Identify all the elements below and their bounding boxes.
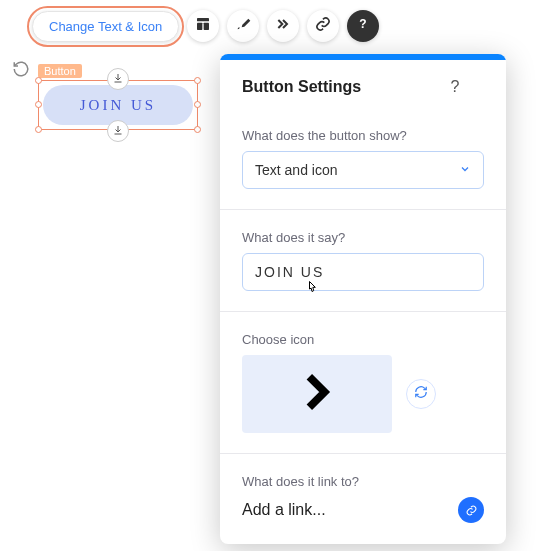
section-divider [220,453,506,454]
animation-button[interactable] [267,10,299,42]
link-button[interactable] [307,10,339,42]
undo-button[interactable] [12,60,30,82]
animation-icon [275,16,291,36]
panel-header: Button Settings ? [220,60,506,110]
resize-handle[interactable] [194,77,201,84]
download-icon [112,70,124,88]
download-icon [112,122,124,140]
selection-outline [38,80,198,130]
button-settings-panel: Button Settings ? What does the button s… [220,54,506,544]
show-section-label: What does the button show? [242,128,484,143]
chevron-down-icon [459,162,471,178]
link-icon [315,16,331,36]
duplicate-up-handle[interactable] [107,68,129,90]
layout-button[interactable] [187,10,219,42]
brush-icon [235,16,251,36]
help-icon: ? [355,16,371,36]
button-text-input[interactable] [242,253,484,291]
button-show-select[interactable]: Text and icon [242,151,484,189]
section-divider [220,311,506,312]
element-type-badge: Button [38,64,82,78]
svg-rect-1 [197,23,202,30]
link-section-label: What does it link to? [242,474,484,489]
link-icon-badge [458,497,484,523]
add-link-button[interactable]: Add a link... [242,497,484,529]
panel-body: What does the button show? Text and icon… [220,110,506,544]
layout-icon [195,16,211,36]
top-toolbar: Change Text & Icon ? [32,10,379,42]
refresh-icon [414,385,428,403]
icon-preview-box[interactable] [242,355,392,433]
panel-close-button[interactable] [466,76,488,98]
section-divider [220,209,506,210]
link-placeholder-text: Add a link... [242,501,326,519]
change-icon-button[interactable] [406,379,436,409]
duplicate-down-handle[interactable] [107,120,129,142]
resize-handle[interactable] [194,126,201,133]
help-button[interactable]: ? [347,10,379,42]
chevron-right-icon [294,369,340,419]
select-value: Text and icon [255,162,338,178]
svg-rect-0 [197,18,209,21]
selected-element[interactable]: Button JOIN US [38,80,198,130]
resize-handle[interactable] [35,101,42,108]
help-icon: ? [451,78,460,96]
resize-handle[interactable] [194,101,201,108]
icon-section-label: Choose icon [242,332,484,347]
svg-text:?: ? [360,17,367,31]
change-text-and-icon-button[interactable]: Change Text & Icon [32,11,179,42]
panel-title: Button Settings [242,78,444,96]
resize-handle[interactable] [35,77,42,84]
resize-handle[interactable] [35,126,42,133]
design-button[interactable] [227,10,259,42]
say-section-label: What does it say? [242,230,484,245]
svg-rect-2 [204,23,209,30]
panel-help-button[interactable]: ? [444,76,466,98]
